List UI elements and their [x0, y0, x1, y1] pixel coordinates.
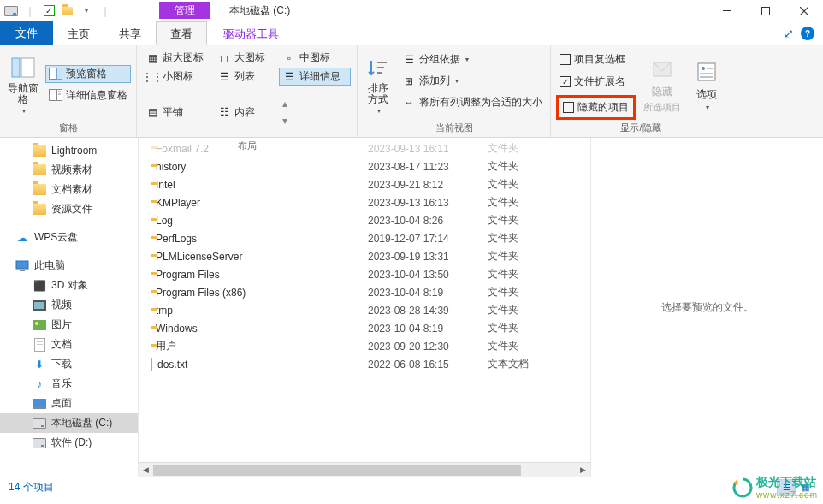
file-date: 2023-09-20 12:30 [368, 341, 488, 353]
sidebar-item-videos[interactable]: 视频 [0, 295, 138, 315]
sidebar-item-desktop[interactable]: 桌面 [0, 394, 138, 413]
home-tab[interactable]: 主页 [53, 21, 104, 45]
content-view-icon: ☷ [217, 105, 231, 119]
svg-rect-26 [33, 407, 46, 409]
scroll-right-icon[interactable]: ▶ [576, 463, 590, 477]
svg-rect-25 [33, 399, 46, 407]
chevron-down-icon: ▾ [22, 107, 26, 115]
horizontal-scrollbar[interactable]: ◀ ▶ [139, 462, 590, 477]
tiles-view-icon: ▤ [145, 105, 159, 119]
ribbon-collapse-icon[interactable]: ⤢ [784, 27, 794, 40]
svg-rect-23 [33, 320, 46, 330]
svg-rect-14 [698, 63, 715, 80]
nav-pane-button[interactable]: 导航窗格 ▾ [5, 49, 40, 120]
file-row[interactable]: history2023-08-17 11:23文件夹 [139, 157, 590, 175]
sidebar-item-local-c[interactable]: 本地磁盘 (C:) [0, 413, 138, 433]
content-view-button[interactable]: ☷内容 [214, 86, 279, 138]
drive-tools-tab[interactable]: 驱动器工具 [209, 21, 293, 45]
more-views-scroll[interactable]: ▴▾ [279, 86, 291, 138]
sort-by-label: 排序方式 [364, 83, 392, 105]
sidebar-item-music[interactable]: ♪音乐 [0, 374, 138, 394]
file-row[interactable]: dos.txt2022-06-08 16:15文本文档 [139, 355, 590, 373]
sidebar-item-documents[interactable]: 文档 [0, 335, 138, 354]
file-type: 文件夹 [488, 267, 565, 282]
file-type: 文件夹 [488, 249, 565, 264]
sidebar-item-doc-material[interactable]: 文档素材 [0, 180, 138, 199]
file-row[interactable]: 用户2023-09-20 12:30文件夹 [139, 337, 590, 355]
file-tab[interactable]: 文件 [0, 21, 53, 45]
sidebar-item-this-pc[interactable]: 此电脑 [0, 256, 138, 276]
folder-small-icon [60, 3, 75, 19]
sort-by-button[interactable]: 排序方式 ▾ [363, 49, 394, 120]
file-name: Program Files (x86) [156, 287, 246, 299]
scroll-thumb[interactable] [153, 465, 521, 476]
size-all-columns-button[interactable]: ↔ 将所有列调整为合适的大小 [399, 93, 546, 111]
video-icon [33, 299, 46, 312]
help-icon[interactable]: ? [801, 27, 814, 40]
group-by-icon: ☰ [402, 53, 416, 67]
sidebar-item-lightroom[interactable]: Lightroom [0, 141, 138, 160]
sidebar-item-video-material[interactable]: 视频素材 [0, 160, 138, 180]
maximize-button[interactable] [746, 0, 785, 21]
title-bar: | ▾ | 管理 本地磁盘 (C:) [0, 0, 823, 21]
details-view-button[interactable]: ☰详细信息 [279, 68, 351, 86]
pictures-icon [33, 318, 46, 332]
sidebar-item-wps-cloud[interactable]: ☁WPS云盘 [0, 228, 138, 247]
tiles-view-button[interactable]: ▤平铺 [142, 86, 214, 138]
file-row[interactable]: PLMLicenseServer2023-09-19 13:31文件夹 [139, 247, 590, 265]
file-list[interactable]: Foxmail 7.22023-09-13 16:11文件夹history202… [139, 138, 590, 477]
close-button[interactable] [785, 0, 823, 21]
svg-rect-22 [34, 302, 44, 309]
watermark-main: 极光下载站 [756, 475, 816, 489]
file-extensions-toggle[interactable]: 文件扩展名 [556, 73, 636, 91]
file-row[interactable]: Program Files (x86)2023-10-04 8:19文件夹 [139, 283, 590, 301]
scroll-left-icon[interactable]: ◀ [139, 463, 153, 477]
file-row[interactable]: tmp2023-08-28 14:39文件夹 [139, 301, 590, 319]
details-pane-button[interactable]: 详细信息窗格 [45, 86, 131, 104]
svg-rect-6 [50, 90, 56, 101]
file-row[interactable]: Log2023-10-04 8:26文件夹 [139, 211, 590, 229]
preview-pane-icon [49, 67, 62, 80]
file-row[interactable]: Intel2023-09-21 8:12文件夹 [139, 175, 590, 193]
sidebar-item-3d-objects[interactable]: ⬛3D 对象 [0, 276, 138, 295]
sidebar-item-pictures[interactable]: 图片 [0, 315, 138, 335]
chevron-down-icon: ▾ [465, 56, 469, 63]
drive-icon [33, 436, 46, 450]
options-label: 选项 [696, 87, 717, 102]
svg-point-15 [702, 67, 705, 70]
group-by-button[interactable]: ☰ 分组依据 ▾ [399, 50, 546, 68]
options-icon [693, 58, 720, 86]
hidden-items-toggle[interactable]: 隐藏的项目 [556, 95, 636, 120]
file-row[interactable]: KMPlayer2023-09-13 16:13文件夹 [139, 193, 590, 211]
view-tab[interactable]: 查看 [156, 21, 207, 45]
item-checkboxes-toggle[interactable]: 项目复选框 [556, 50, 636, 68]
qat-checkbox-icon[interactable] [41, 3, 56, 19]
share-tab[interactable]: 共享 [104, 21, 156, 45]
file-row[interactable]: Program Files2023-10-04 13:50文件夹 [139, 265, 590, 283]
qat-dropdown-icon[interactable]: ▾ [79, 3, 94, 19]
hide-selected-button[interactable]: 隐藏 所选项目 [641, 49, 684, 120]
watermark-logo-icon [732, 477, 753, 498]
sidebar-item-resource-files[interactable]: 资源文件 [0, 199, 138, 219]
file-date: 2023-08-28 14:39 [368, 305, 488, 317]
list-view-button[interactable]: ☰列表 [214, 68, 279, 86]
file-row[interactable]: Windows2023-10-04 8:19文件夹 [139, 319, 590, 337]
minimize-button[interactable] [708, 0, 746, 21]
sidebar-item-software-d[interactable]: 软件 (D:) [0, 433, 138, 453]
music-icon: ♪ [33, 377, 46, 391]
medium-icons-button[interactable]: ▫中图标 [279, 49, 344, 67]
svg-rect-3 [21, 58, 34, 77]
options-button[interactable]: 选项 ▾ [689, 49, 725, 120]
add-columns-button[interactable]: ⊞ 添加列 ▾ [399, 72, 546, 90]
preview-pane-button[interactable]: 预览窗格 [45, 65, 131, 83]
watermark: 极光下载站 www.xz7.com [732, 475, 818, 500]
file-date: 2023-10-04 8:26 [368, 215, 488, 227]
extra-large-icons-button[interactable]: ▦超大图标 [142, 49, 214, 67]
large-icons-button[interactable]: ◻大图标 [214, 49, 279, 67]
drive-icon [33, 417, 46, 430]
navigation-sidebar[interactable]: Lightroom 视频素材 文档素材 资源文件 ☁WPS云盘 此电脑 ⬛3D … [0, 138, 139, 477]
small-icons-button[interactable]: ⋮⋮小图标 [142, 68, 214, 86]
file-row[interactable]: Foxmail 7.22023-09-13 16:11文件夹 [139, 139, 590, 157]
file-row[interactable]: PerfLogs2019-12-07 17:14文件夹 [139, 229, 590, 247]
sidebar-item-downloads[interactable]: ⬇下载 [0, 354, 138, 374]
